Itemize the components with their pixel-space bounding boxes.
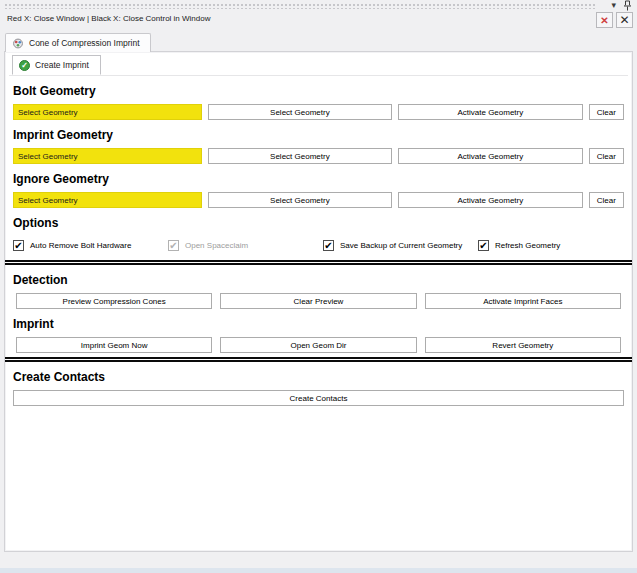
section-title-ignore-geometry: Ignore Geometry — [13, 172, 624, 186]
tool-tab-row: ✓ Create Imprint — [9, 54, 628, 76]
checkbox-checked-icon: ✔ — [478, 240, 489, 251]
imprint-select-geometry-button[interactable]: Select Geometry — [208, 148, 393, 164]
checkbox-label: Auto Remove Bolt Hardware — [30, 241, 131, 250]
section-divider — [5, 357, 632, 362]
checkbox-checked-icon: ✔ — [168, 240, 179, 251]
pin-icon[interactable] — [623, 0, 632, 11]
tool-tab-label: Create Imprint — [35, 60, 89, 70]
ignore-activate-geometry-button[interactable]: Activate Geometry — [398, 192, 583, 208]
section-title-options: Options — [13, 216, 624, 230]
section-title-detection: Detection — [13, 273, 624, 287]
section-title-create-contacts: Create Contacts — [13, 370, 624, 384]
detection-button-row: Preview Compression Cones Clear Preview … — [16, 293, 621, 309]
checkbox-open-spaceclaim: ✔ Open Spaceclaim — [168, 240, 323, 251]
preview-compression-cones-button[interactable]: Preview Compression Cones — [16, 293, 212, 309]
options-checkbox-row: ✔ Auto Remove Bolt Hardware ✔ Open Space… — [13, 240, 624, 251]
bolt-geometry-selection-field[interactable]: Select Geometry — [13, 104, 202, 120]
checkbox-refresh-geometry[interactable]: ✔ Refresh Geometry — [478, 240, 560, 251]
bolt-activate-geometry-button[interactable]: Activate Geometry — [398, 104, 583, 120]
ignore-geometry-row: Select Geometry Select Geometry Activate… — [13, 192, 624, 208]
dock-grip-handle[interactable] — [4, 2, 597, 9]
tab-cone-of-compression-imprint[interactable]: Cone of Compression Imprint — [5, 33, 151, 52]
section-title-imprint-geometry: Imprint Geometry — [13, 128, 624, 142]
checkbox-label: Save Backup of Current Geometry — [340, 241, 462, 250]
tab-create-imprint[interactable]: ✓ Create Imprint — [12, 55, 101, 75]
ignore-select-geometry-button[interactable]: Select Geometry — [208, 192, 393, 208]
close-window-button[interactable]: ✕ — [596, 12, 613, 28]
section-title-bolt-geometry: Bolt Geometry — [13, 84, 624, 98]
green-check-icon: ✓ — [19, 60, 30, 71]
imprint-geometry-row: Select Geometry Select Geometry Activate… — [13, 148, 624, 164]
ignore-clear-button[interactable]: Clear — [589, 192, 624, 208]
tool-panel: ✓ Create Imprint Bolt Geometry Select Ge… — [4, 51, 633, 552]
chevron-down-icon[interactable]: ▾ — [611, 1, 616, 10]
revert-geometry-button[interactable]: Revert Geometry — [425, 337, 621, 353]
window-hint-text: Red X: Close Window | Black X: Close Con… — [7, 14, 211, 23]
clear-preview-button[interactable]: Clear Preview — [220, 293, 416, 309]
checkbox-checked-icon: ✔ — [323, 240, 334, 251]
bottom-edge-strip — [0, 568, 637, 573]
imprint-button-row: Imprint Geom Now Open Geom Dir Revert Ge… — [16, 337, 621, 353]
section-title-imprint: Imprint — [13, 317, 624, 331]
ignore-geometry-selection-field[interactable]: Select Geometry — [13, 192, 202, 208]
checkbox-auto-remove-bolt-hardware[interactable]: ✔ Auto Remove Bolt Hardware — [13, 240, 168, 251]
compression-cone-icon — [12, 38, 24, 49]
tab-label: Cone of Compression Imprint — [29, 38, 140, 48]
checkbox-save-backup-of-current-geometry[interactable]: ✔ Save Backup of Current Geometry — [323, 240, 478, 251]
checkbox-label: Refresh Geometry — [495, 241, 560, 250]
close-button-group: ✕ ✕ — [596, 12, 633, 28]
bolt-select-geometry-button[interactable]: Select Geometry — [208, 104, 393, 120]
create-contacts-button[interactable]: Create Contacts — [13, 390, 624, 406]
bolt-geometry-row: Select Geometry Select Geometry Activate… — [13, 104, 624, 120]
close-control-button[interactable]: ✕ — [616, 12, 633, 28]
imprint-clear-button[interactable]: Clear — [589, 148, 624, 164]
section-divider — [5, 260, 632, 265]
checkbox-label: Open Spaceclaim — [185, 241, 248, 250]
imprint-activate-geometry-button[interactable]: Activate Geometry — [398, 148, 583, 164]
open-geom-dir-button[interactable]: Open Geom Dir — [220, 337, 416, 353]
imprint-geometry-selection-field[interactable]: Select Geometry — [13, 148, 202, 164]
activate-imprint-faces-button[interactable]: Activate Imprint Faces — [425, 293, 621, 309]
create-contacts-row: Create Contacts — [13, 390, 624, 406]
imprint-geom-now-button[interactable]: Imprint Geom Now — [16, 337, 212, 353]
bolt-clear-button[interactable]: Clear — [589, 104, 624, 120]
checkbox-checked-icon: ✔ — [13, 240, 24, 251]
